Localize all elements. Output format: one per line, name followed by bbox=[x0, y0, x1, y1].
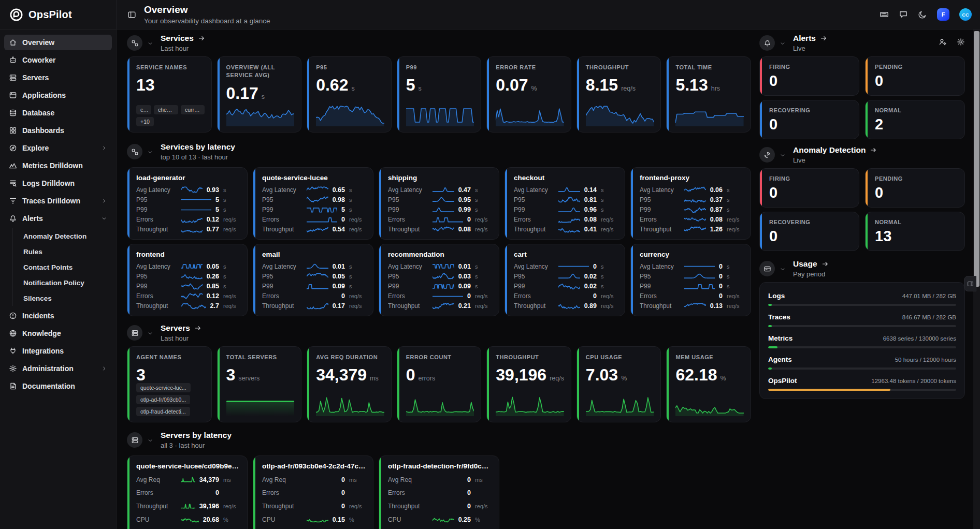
side-panel-handle[interactable] bbox=[964, 276, 976, 291]
services-by-latency-title[interactable]: Services by latency bbox=[161, 142, 235, 152]
server-card-quote-service-lucee-cd09b9e3-4ea[interactable]: quote-service-lucee/cd09b9e3-4ea...Avg R… bbox=[127, 455, 248, 529]
sparkline bbox=[181, 186, 203, 194]
sidebar-item-servers[interactable]: Servers bbox=[4, 70, 112, 85]
service-card-quote-service-lucee[interactable]: quote-service-luceeAvg Latency0.65sP950.… bbox=[253, 167, 373, 240]
metric-unit: % bbox=[475, 517, 492, 523]
sidebar-item-incidents[interactable]: Incidents bbox=[4, 308, 112, 324]
servers-title-link[interactable]: Servers bbox=[161, 324, 190, 333]
radar-icon[interactable] bbox=[759, 147, 775, 163]
sidebar-item-coworker[interactable]: Coworker bbox=[4, 52, 112, 68]
anomaly-card-recovering[interactable]: RECOVERING0 bbox=[759, 212, 859, 251]
service-card-frontend-proxy[interactable]: frontend-proxyAvg Latency0.06sP950.37sP9… bbox=[630, 167, 751, 240]
sidebar-item-applications[interactable]: Applications bbox=[4, 87, 112, 103]
sidebar-item-knowledge[interactable]: Knowledge bbox=[4, 326, 112, 341]
stat-card-agent-names[interactable]: AGENT NAMES3quote-service-luc...otlp-ad-… bbox=[127, 346, 212, 422]
metric-row: Throughput0req/s bbox=[388, 499, 492, 513]
service-card-checkout[interactable]: checkoutAvg Latency0.14sP950.81sP990.96s… bbox=[505, 167, 625, 240]
anomaly-card-pending[interactable]: PENDING0 bbox=[865, 168, 965, 208]
servers-by-latency-title[interactable]: Servers by latency bbox=[161, 431, 232, 440]
service-card-frontend[interactable]: frontendAvg Latency0.05sP950.26sP990.85s… bbox=[127, 244, 248, 316]
usage-progress-track bbox=[768, 368, 956, 370]
tag-list: cartcheckoutcurrency bbox=[136, 105, 205, 114]
chevron-down-icon[interactable] bbox=[147, 330, 153, 336]
server-card-otlp-ad-fr-093cb0e4-2c2d-47c7-b4[interactable]: otlp-ad-fr/093cb0e4-2c2d-47c7-b4...Avg R… bbox=[253, 455, 373, 529]
sidebar-item-explore[interactable]: Explore bbox=[4, 140, 112, 156]
alerts-card-pending[interactable]: PENDING0 bbox=[865, 56, 965, 96]
service-card-load-generator[interactable]: load-generatorAvg Latency0.93sP955sP995s… bbox=[127, 167, 248, 240]
chevron-down-icon[interactable] bbox=[147, 40, 153, 47]
service-card-cart[interactable]: cartAvg Latency0sP950.02sP990.02sErrors0… bbox=[505, 244, 625, 316]
alert-count: 0 bbox=[769, 185, 852, 200]
metric-value: 39,196 bbox=[199, 503, 219, 510]
alerts-card-firing[interactable]: FIRING0 bbox=[759, 56, 859, 96]
stat-card-overview-all-service-avg[interactable]: OVERVIEW (ALL SERVICE AVG)0.17s bbox=[217, 56, 302, 133]
sidebar-item-logs-drilldown[interactable]: Logs Drilldown bbox=[4, 175, 112, 191]
org-badge[interactable]: F bbox=[937, 8, 949, 21]
feedback-chat-icon[interactable] bbox=[899, 10, 908, 19]
sidebar-item-overview[interactable]: Overview bbox=[4, 35, 112, 50]
stat-card-mem-usage[interactable]: MEM USAGE62.18% bbox=[666, 346, 751, 422]
sidebar-item-alerts[interactable]: Alerts bbox=[4, 211, 112, 226]
sidebar-item-administration[interactable]: Administration bbox=[4, 361, 112, 376]
stat-card-service-names[interactable]: SERVICE NAMES13cartcheckoutcurrency+10 bbox=[127, 56, 212, 133]
sidebar-item-contact-points[interactable]: Contact Points bbox=[12, 259, 112, 275]
stat-card-cpu-usage[interactable]: CPU USAGE7.03% bbox=[577, 346, 661, 422]
sidebar-item-dashboards[interactable]: Dashboards bbox=[4, 123, 112, 138]
anomaly-card-normal[interactable]: NORMAL13 bbox=[865, 212, 965, 251]
services-icon[interactable] bbox=[127, 144, 142, 159]
sidebar-item-database[interactable]: Database bbox=[4, 105, 112, 121]
sidebar-toggle-button[interactable] bbox=[126, 9, 137, 20]
user-avatar[interactable]: CC bbox=[959, 8, 972, 21]
sidebar-item-integrations[interactable]: Integrations bbox=[4, 343, 112, 359]
sidebar-item-label: Administration bbox=[22, 364, 74, 373]
stat-card-error-count[interactable]: ERROR COUNT0errors bbox=[397, 346, 482, 422]
gear-icon[interactable] bbox=[957, 38, 965, 46]
sidebar-item-metrics-drilldown[interactable]: Metrics Drilldown bbox=[4, 158, 112, 173]
service-card-recommendation[interactable]: recommendationAvg Latency0.01sP950.03sP9… bbox=[379, 244, 499, 316]
alerts-title-link[interactable]: Alerts bbox=[793, 34, 816, 43]
chevron-down-icon[interactable] bbox=[780, 152, 786, 158]
stat-card-p99[interactable]: P995s bbox=[397, 56, 482, 133]
sidebar-item-documentation[interactable]: Documentation bbox=[4, 378, 112, 394]
user-gear-icon[interactable] bbox=[939, 38, 947, 46]
anomaly-card-firing[interactable]: FIRING0 bbox=[759, 168, 859, 208]
scrollbar-thumb[interactable] bbox=[974, 31, 979, 287]
card-title: checkout bbox=[514, 174, 618, 182]
service-card-currency[interactable]: currencyAvg Latency0sP950sP990sErrors0re… bbox=[630, 244, 751, 316]
service-card-shipping[interactable]: shippingAvg Latency0.47sP950.95sP990.99s… bbox=[379, 167, 499, 240]
keyboard-shortcuts-icon[interactable] bbox=[880, 10, 889, 19]
chevron-down-icon[interactable] bbox=[780, 40, 786, 47]
services-title-link[interactable]: Services bbox=[161, 34, 194, 43]
bell-icon[interactable] bbox=[759, 35, 775, 51]
chevron-down-icon[interactable] bbox=[147, 437, 153, 444]
dark-mode-moon-icon[interactable] bbox=[918, 10, 927, 19]
service-card-email[interactable]: emailAvg Latency0.01sP950.05sP990.09sErr… bbox=[253, 244, 373, 316]
stat-card-throughput[interactable]: THROUGHPUT39,196req/s bbox=[486, 346, 571, 422]
metric-row: Avg Latency0s bbox=[640, 261, 744, 271]
sidebar-item-label: Dashboards bbox=[22, 126, 64, 135]
server-card-otlp-fraud-detection-fr-9fd0c80d-4[interactable]: otlp-fraud-detection-fr/9fd0c80d-4...Avg… bbox=[379, 455, 499, 529]
alerts-card-recovering[interactable]: RECOVERING0 bbox=[759, 100, 859, 139]
anomaly-title-link[interactable]: Anomaly Detection bbox=[793, 145, 866, 155]
alerts-card-normal[interactable]: NORMAL2 bbox=[865, 100, 965, 139]
sidebar-item-silences[interactable]: Silences bbox=[12, 290, 112, 306]
stat-card-p95[interactable]: P950.62s bbox=[307, 56, 392, 133]
stat-card-throughput[interactable]: THROUGHPUT8.15req/s bbox=[577, 56, 661, 133]
usage-title-link[interactable]: Usage bbox=[793, 259, 817, 269]
alerts-grid: FIRING0PENDING0RECOVERING0NORMAL2 bbox=[759, 56, 965, 139]
servers-icon[interactable] bbox=[127, 325, 142, 341]
stat-card-error-rate[interactable]: ERROR RATE0.07% bbox=[486, 56, 571, 133]
billing-card-icon[interactable] bbox=[759, 261, 775, 276]
sidebar-item-anomaly-detection[interactable]: Anomaly Detection bbox=[12, 228, 112, 244]
chevron-down-icon[interactable] bbox=[147, 149, 153, 155]
chevron-down-icon[interactable] bbox=[780, 266, 786, 272]
stat-card-avg-req-duration[interactable]: AVG REQ DURATION34,379ms bbox=[307, 346, 392, 422]
sidebar-item-notification-policy[interactable]: Notification Policy bbox=[12, 275, 112, 290]
sidebar-item-traces-drilldown[interactable]: Traces Drilldown bbox=[4, 193, 112, 209]
sidebar-item-rules[interactable]: Rules bbox=[12, 244, 112, 259]
services-icon[interactable] bbox=[127, 35, 142, 51]
stat-card-total-time[interactable]: TOTAL TIME5.13hrs bbox=[666, 56, 751, 133]
app-logo[interactable]: OpsPilot bbox=[0, 0, 116, 30]
stat-card-total-servers[interactable]: TOTAL SERVERS3servers bbox=[217, 346, 302, 422]
servers-icon[interactable] bbox=[127, 432, 142, 448]
